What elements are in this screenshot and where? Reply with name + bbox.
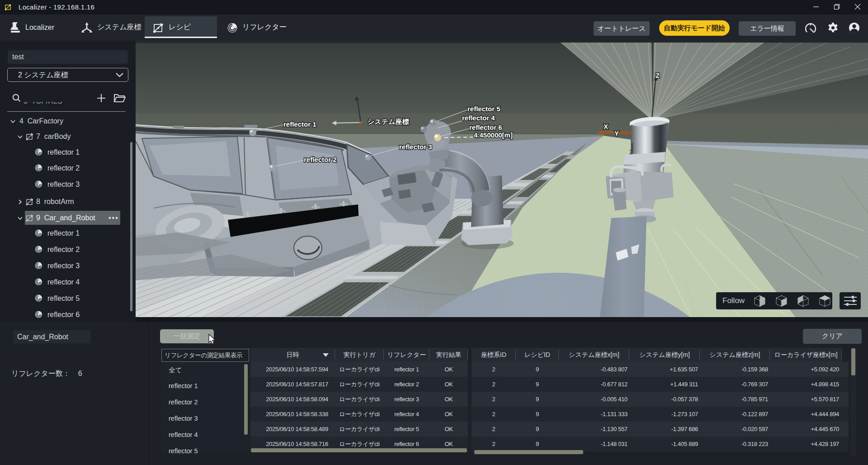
- svg-text:reflector 5: reflector 5: [467, 105, 500, 113]
- svg-text:reflector 1: reflector 1: [283, 120, 316, 128]
- svg-text:reflector 2: reflector 2: [304, 156, 337, 163]
- svg-text:reflector 6: reflector 6: [469, 123, 502, 131]
- svg-text:X: X: [604, 123, 608, 130]
- svg-text:reflector 4: reflector 4: [462, 114, 495, 122]
- svg-text:Y: Y: [614, 129, 619, 137]
- svg-text:4.450000[m]: 4.450000[m]: [474, 131, 513, 139]
- svg-text:Nikon: Nikon: [629, 143, 634, 155]
- svg-text:reflector 3: reflector 3: [399, 143, 432, 151]
- svg-text:システム座標: システム座標: [368, 118, 409, 125]
- svg-text:Z: Z: [656, 71, 660, 79]
